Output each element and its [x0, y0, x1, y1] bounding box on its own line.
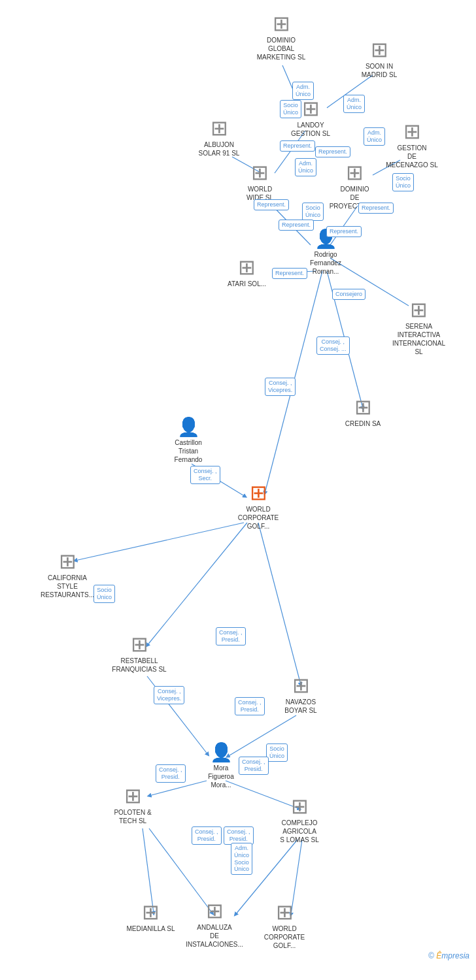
building-icon: ⊞: [292, 675, 310, 696]
svg-line-14: [258, 523, 301, 685]
node-label: MEDIANILLA SL: [127, 924, 175, 933]
node-label: SERENA INTERACTIVA INTERNACIONAL SL: [388, 322, 450, 356]
building-icon: ⊞: [403, 121, 421, 142]
badge-socio-unico-1[interactable]: SocioÚnico: [280, 100, 301, 118]
node-label: CREDIN SA: [345, 419, 381, 428]
svg-line-12: [75, 523, 244, 561]
node-label: WORLD CORPORATE GOLF...: [264, 924, 305, 950]
node-complejo-agricola[interactable]: ⊞ COMPLEJO AGRICOLA S LOMAS SL: [270, 796, 329, 844]
building-icon: ⊞: [302, 98, 320, 119]
building-icon: ⊞: [206, 900, 224, 921]
node-label: Castrillon Tristan Fernando: [175, 438, 203, 464]
badge-consejero-1[interactable]: Consejero: [332, 289, 366, 300]
building-icon: ⊞: [276, 902, 294, 923]
node-label: CALIFORNIA STYLE RESTAURANTS...: [41, 574, 94, 599]
badge-consej-presid-3[interactable]: Consej. ,Presid.: [239, 757, 269, 775]
building-icon: ⊞: [211, 118, 228, 139]
node-andaluza-instalaciones[interactable]: ⊞ ANDALUZA DE INSTALACIONES...: [188, 900, 241, 949]
badge-adm-unico-4[interactable]: Adm.Único: [295, 158, 316, 176]
building-icon: ⊞: [410, 299, 428, 320]
building-icon: ⊞: [124, 785, 142, 806]
person-icon: 👤: [177, 418, 200, 436]
building-icon-orange: ⊞: [250, 482, 267, 503]
badge-adm-unico-3[interactable]: Adm.Único: [364, 127, 385, 146]
badge-consej-consej-1[interactable]: Consej. ,Consej. ...: [316, 336, 350, 355]
node-serena-interactiva[interactable]: ⊞ SERENA INTERACTIVA INTERNACIONAL SL: [388, 299, 450, 356]
node-world-corporate-golf-main[interactable]: ⊞ WORLD CORPORATE GOLF...: [232, 482, 284, 531]
badge-consej-presid-5[interactable]: Consej. ,Presid.: [192, 826, 222, 845]
node-label: Mora Figueroa Mora...: [208, 764, 233, 789]
building-icon: ⊞: [131, 634, 148, 655]
node-albujon-solar[interactable]: ⊞ ALBUJON SOLAR 91 SL: [193, 118, 245, 157]
building-icon: ⊞: [59, 551, 76, 572]
badge-represent-1[interactable]: Represent.: [280, 140, 315, 152]
node-label: POLOTEN & TECH SL: [114, 808, 151, 825]
badge-consej-vicepres-1[interactable]: Consej. ,Vicepres.: [265, 378, 296, 396]
building-icon: ⊞: [346, 162, 364, 183]
badge-consej-presid-6[interactable]: Consej. ,Presid.: [224, 826, 254, 845]
node-dominio-global[interactable]: ⊞ DOMINIO GLOBAL MARKETING SL: [255, 13, 307, 61]
badge-adm-unico-2[interactable]: Adm.Único: [343, 95, 365, 113]
building-icon: ⊞: [354, 397, 372, 417]
node-label: LANDOY GESTION SL: [291, 121, 330, 138]
node-label: Rodrigo Fernandez Roman...: [310, 250, 341, 276]
node-label: DOMINIO GLOBAL MARKETING SL: [257, 36, 305, 61]
node-gestion-mecenazgo[interactable]: ⊞ GESTION DE MECENAZGO SL: [382, 121, 441, 169]
badge-socio-unico-5[interactable]: SocioÚnico: [266, 743, 288, 762]
person-icon: 👤: [210, 743, 233, 762]
badge-represent-7[interactable]: Represent.: [272, 268, 307, 279]
node-castrillon-tristan[interactable]: 👤 Castrillon Tristan Fernando: [162, 418, 214, 464]
building-icon: ⊞: [273, 13, 290, 34]
badge-consej-presid-4[interactable]: Consej. ,Presid.: [156, 764, 186, 783]
building-icon: ⊞: [238, 257, 256, 278]
node-label: WORLD CORPORATE GOLF...: [238, 505, 279, 531]
node-label: COMPLEJO AGRICOLA S LOMAS SL: [280, 819, 318, 844]
watermark: © Êmpresia: [428, 951, 469, 960]
node-credin-sa[interactable]: ⊞ CREDIN SA: [340, 397, 386, 428]
node-atari-sol[interactable]: ⊞ ATARI SOL...: [222, 257, 271, 288]
node-medianilla[interactable]: ⊞ MEDIANILLA SL: [126, 902, 175, 933]
node-world-corporate-golf-2[interactable]: ⊞ WORLD CORPORATE GOLF...: [258, 902, 311, 950]
badge-represent-4[interactable]: Represent.: [254, 199, 289, 210]
building-icon: ⊞: [291, 796, 309, 817]
node-label: SOON IN MADRID SL: [362, 62, 397, 79]
badge-socio-unico-2[interactable]: SocioÚnico: [392, 173, 414, 191]
node-label: ALBUJON SOLAR 91 SL: [199, 140, 240, 157]
node-restabell-franquicias[interactable]: ⊞ RESTABELL FRANQUICIAS SL: [110, 634, 169, 674]
node-soon-in-madrid[interactable]: ⊞ SOON IN MADRID SL: [353, 39, 405, 79]
node-label: GESTION DE MECENAZGO SL: [386, 144, 437, 169]
badge-adm-socio-unico[interactable]: Adm.ÚnicoSocioÚnico: [231, 843, 252, 875]
node-label: NAVAZOS BOYAR SL: [284, 698, 316, 715]
node-poloten-tech[interactable]: ⊞ POLOTEN & TECH SL: [107, 785, 159, 825]
badge-represent-3[interactable]: Represent.: [358, 203, 394, 214]
badge-adm-unico-1[interactable]: Adm.Único: [292, 82, 314, 100]
badge-consej-presid-1[interactable]: Consej. ,Presid.: [216, 627, 246, 645]
badge-socio-unico-3[interactable]: SocioÚnico: [302, 203, 324, 221]
building-icon: ⊞: [251, 162, 269, 183]
badge-consej-vicepres-2[interactable]: Consej. ,Vicepres.: [154, 686, 184, 704]
badge-socio-unico-4[interactable]: SocioÚnico: [94, 585, 115, 603]
node-california-style[interactable]: ⊞ CALIFORNIA STYLE RESTAURANTS...: [38, 551, 97, 599]
building-icon: ⊞: [142, 902, 160, 923]
badge-represent-6[interactable]: Represent.: [326, 226, 362, 237]
badge-consej-secr-1[interactable]: Consej. ,Secr.: [190, 466, 220, 484]
node-navazos-boyar[interactable]: ⊞ NAVAZOS BOYAR SL: [275, 675, 327, 715]
node-label: RESTABELL FRANQUICIAS SL: [112, 657, 166, 674]
node-label: ATARI SOL...: [228, 280, 266, 288]
badge-represent-2[interactable]: Represent.: [315, 146, 350, 157]
node-world-wide[interactable]: ⊞ WORLD WIDE SL: [235, 162, 284, 202]
node-label: ANDALUZA DE INSTALACIONES...: [186, 923, 243, 949]
graph-container: ⊞ DOMINIO GLOBAL MARKETING SL ⊞ SOON IN …: [0, 0, 476, 967]
badge-represent-5[interactable]: Represent.: [279, 220, 314, 231]
building-icon: ⊞: [371, 39, 388, 60]
badge-consej-presid-2[interactable]: Consej. ,Presid.: [235, 697, 265, 715]
